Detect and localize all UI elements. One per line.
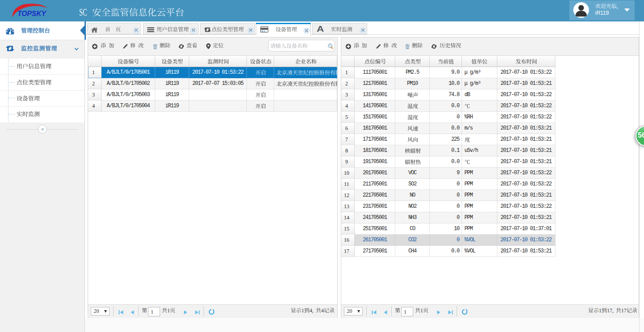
svg-text:1: 1	[301, 307, 304, 314]
svg-text:TOPSKY: TOPSKY	[17, 10, 47, 17]
svg-text:1: 1	[420, 307, 423, 314]
svg-text:17: 17	[621, 307, 627, 314]
svg-text:4: 4	[321, 307, 324, 314]
svg-text:1: 1	[599, 307, 602, 314]
svg-text:4,: 4,	[309, 307, 314, 314]
svg-text:SC: SC	[79, 6, 87, 18]
svg-text:17,: 17,	[607, 307, 614, 314]
svg-text:,: ,	[617, 3, 618, 9]
svg-text:1: 1	[167, 307, 170, 314]
svg-text:A: A	[317, 25, 324, 32]
